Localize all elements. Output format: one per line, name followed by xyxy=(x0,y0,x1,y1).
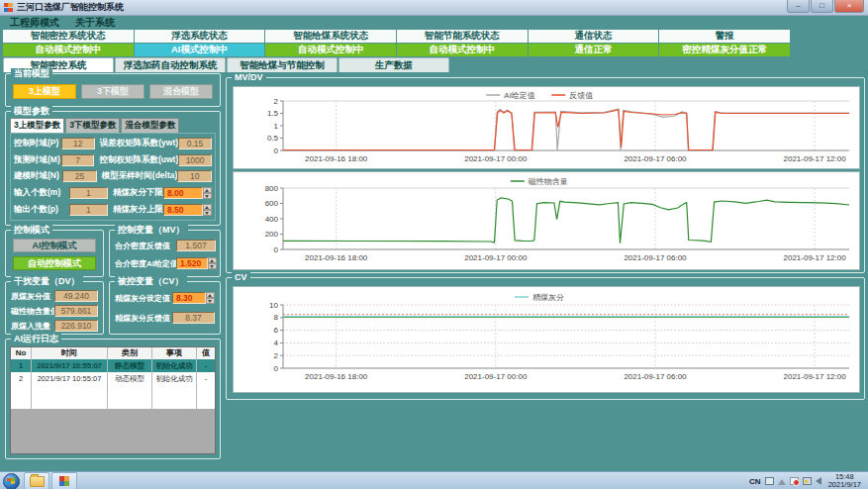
app-taskbar-button[interactable] xyxy=(51,472,77,489)
model-mixed-button[interactable]: 混合模型 xyxy=(149,84,213,99)
network-icon[interactable] xyxy=(803,477,812,485)
svg-text:反馈值: 反馈值 xyxy=(569,91,593,100)
status-value: 自动模式控制中 xyxy=(265,44,396,56)
clean-coal-ash-setpoint-stepper[interactable]: 8.30 xyxy=(172,292,215,304)
model-params-group: 模型参数 3上模型参数 3下模型参数 混合模型参数 控制时域(P) 12 误差权… xyxy=(5,111,221,226)
density-ai-setpoint-stepper[interactable]: 1.520 xyxy=(176,257,217,269)
svg-text:2021-09-17 00:00: 2021-09-17 00:00 xyxy=(464,253,528,262)
taskbar-clock[interactable]: 15:48 2021/9/17 xyxy=(825,473,864,489)
minimize-button[interactable]: – xyxy=(787,0,810,13)
window-titlebar: 三河口选煤厂智能控制系统 – □ × xyxy=(0,0,868,16)
mvdv-chart-group: MV/DV 2021-09-16 18:002021-09-17 00:0020… xyxy=(226,77,865,273)
status-header: 浮选系统状态 xyxy=(135,30,265,43)
tab-production-data[interactable]: 生产数据 xyxy=(338,57,449,72)
ash-lower-limit-value[interactable]: 8.00 xyxy=(163,187,203,199)
language-indicator[interactable]: CN xyxy=(749,477,761,486)
svg-text:800: 800 xyxy=(265,184,279,193)
svg-text:2021-09-17 12:00: 2021-09-17 12:00 xyxy=(784,372,847,381)
param-label: 模型采样时间(delta) xyxy=(97,170,178,182)
col-header: 事项 xyxy=(152,347,196,359)
spin-down-button[interactable] xyxy=(206,298,215,304)
clean-coal-ash-trend-chart: 2021-09-16 18:002021-09-17 00:002021-09-… xyxy=(233,286,860,393)
model-3-up-button[interactable]: 3上模型 xyxy=(13,84,76,99)
svg-text:2021-09-17 00:00: 2021-09-17 00:00 xyxy=(464,154,528,163)
col-header: 时间 xyxy=(32,347,107,359)
status-value: AI模式控制中 xyxy=(135,44,265,56)
table-row-empty xyxy=(11,397,215,409)
group-title: 控制变量（MV） xyxy=(115,225,188,236)
param-label: 控制时域(P) xyxy=(14,138,61,149)
param-label: 误差权矩阵系数(ywt) xyxy=(95,138,178,149)
param-field-N: 25 xyxy=(62,170,97,182)
param-field-p: 1 xyxy=(69,204,108,216)
param-field-M: 7 xyxy=(61,154,95,166)
status-header: 通信状态 xyxy=(529,30,659,43)
tab-coal-feeding-energy[interactable]: 智能给煤与节能控制 xyxy=(227,57,338,72)
show-hidden-icons-arrow[interactable] xyxy=(778,479,786,485)
ai-control-mode-button[interactable]: AI控制模式 xyxy=(13,239,96,252)
spin-down-button[interactable] xyxy=(203,193,212,199)
field-label: 原煤入洗量 xyxy=(11,321,54,332)
menu-about-system[interactable]: 关于系统 xyxy=(75,16,115,30)
svg-text:6: 6 xyxy=(274,326,279,335)
model-params-panel: 控制时域(P) 12 误差权矩阵系数(ywt) 0.15 预测时域(M) 7 控… xyxy=(10,133,216,221)
param-label: 精煤灰分上限 xyxy=(108,204,163,216)
keyboard-icon[interactable] xyxy=(765,477,774,485)
magnetite-chart-svg: 2021-09-16 18:002021-09-17 00:002021-09-… xyxy=(234,172,859,269)
param-label: 控制权矩阵系数(uwt) xyxy=(94,154,178,166)
ash-upper-limit-value[interactable]: 8.50 xyxy=(163,204,203,216)
svg-text:1.5: 1.5 xyxy=(267,109,279,118)
action-center-flag-icon[interactable] xyxy=(790,477,799,485)
maximize-button[interactable]: □ xyxy=(811,0,833,13)
col-header: No xyxy=(11,347,31,359)
model-3-down-button[interactable]: 3下模型 xyxy=(81,84,145,99)
spin-down-button[interactable] xyxy=(203,210,212,216)
svg-text:8: 8 xyxy=(274,313,279,322)
dv-variables-group: 干扰变量（DV） 原煤灰分值 49.240 磁性物含量值 579.861 原煤入… xyxy=(5,281,104,335)
explorer-taskbar-button[interactable] xyxy=(24,472,49,489)
clean-coal-ash-setpoint-value[interactable]: 8.30 xyxy=(172,292,206,304)
status-value: 自动模式控制中 xyxy=(3,44,134,56)
table-row-empty xyxy=(11,385,215,397)
param-field-P: 12 xyxy=(61,138,95,149)
control-mode-group: 控制模式 AI控制模式 自动控制模式 xyxy=(5,230,104,277)
group-title: 控制模式 xyxy=(11,225,52,236)
spinner xyxy=(208,257,217,269)
raw-coal-ash-value: 49.240 xyxy=(54,290,98,302)
table-row[interactable]: 2 2021/9/17 10:55:07 动态模型 初始化成功 - xyxy=(11,372,215,385)
system-tray: CN 15:48 2021/9/17 xyxy=(749,473,868,489)
density-ai-setpoint-value[interactable]: 1.520 xyxy=(176,257,208,269)
speaker-icon[interactable] xyxy=(816,477,821,485)
spin-down-button[interactable] xyxy=(208,263,217,269)
clean-coal-ash-feedback-value: 8.37 xyxy=(172,312,215,324)
start-button[interactable] xyxy=(3,473,20,489)
ai-log-header-row: No 时间 类别 事项 值 xyxy=(11,347,215,359)
cv-chart-group: CV 2021-09-16 18:002021-09-17 00:002021-… xyxy=(226,277,865,400)
svg-text:4: 4 xyxy=(274,339,279,347)
svg-text:磁性物含量: 磁性物含量 xyxy=(528,177,568,186)
param-field-delta: 10 xyxy=(177,170,212,182)
ash-upper-limit-stepper[interactable]: 8.50 xyxy=(163,204,212,216)
group-title: AI运行日志 xyxy=(11,334,61,344)
tab-flotation-dosing[interactable]: 浮选加药自动控制系统 xyxy=(115,57,226,72)
svg-text:1: 1 xyxy=(274,122,279,131)
svg-text:2021-09-16 18:00: 2021-09-16 18:00 xyxy=(305,154,368,163)
params-tab-mixed[interactable]: 混合模型参数 xyxy=(121,118,179,134)
col-header: 值 xyxy=(197,347,215,359)
ash-lower-limit-stepper[interactable]: 8.00 xyxy=(163,187,212,199)
ai-log-table[interactable]: No 时间 类别 事项 值 1 2021/9/17 10:55:07 静态模型 … xyxy=(10,346,216,454)
svg-text:2: 2 xyxy=(274,351,279,360)
svg-text:200: 200 xyxy=(265,230,279,239)
desktop: { "window": { "title": "三河口选煤厂智能控制系统", "… xyxy=(0,0,868,489)
svg-text:0: 0 xyxy=(274,364,279,373)
group-title: 模型参数 xyxy=(11,106,52,117)
menu-engineer-mode[interactable]: 工程师模式 xyxy=(10,16,59,30)
table-row[interactable]: 1 2021/9/17 10:55:07 静态模型 初始化成功 - xyxy=(11,359,215,372)
field-label: 精煤灰分设定值 xyxy=(115,293,172,304)
auto-control-mode-button[interactable]: 自动控制模式 xyxy=(13,256,96,270)
status-header: 智能给煤系统状态 xyxy=(265,30,396,43)
params-tab-3-up[interactable]: 3上模型参数 xyxy=(10,118,64,134)
params-tab-3-down[interactable]: 3下模型参数 xyxy=(65,118,120,134)
close-button[interactable]: × xyxy=(834,0,864,13)
system-status-grid: 智能密控系统状态 浮选系统状态 智能给煤系统状态 智能节能系统状态 通信状态 警… xyxy=(3,30,790,56)
